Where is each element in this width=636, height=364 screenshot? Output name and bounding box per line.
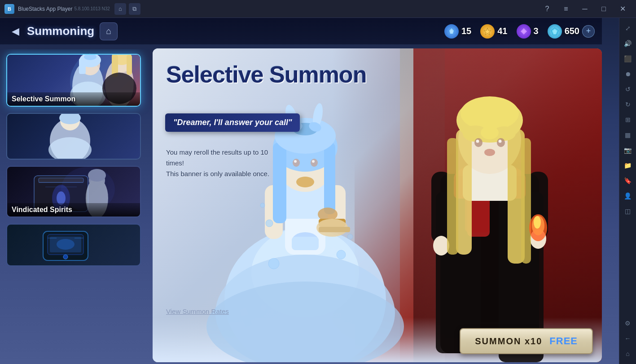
gold-ticket-icon (480, 24, 495, 39)
back-sidebar-icon[interactable]: ← (621, 332, 635, 345)
vindicated-spirits-label: Vindicated Spirits (7, 203, 140, 217)
svg-point-89 (433, 236, 449, 256)
bookmark-icon[interactable]: 🔖 (621, 174, 635, 187)
settings-icon[interactable]: ⚙ (621, 316, 635, 330)
svg-point-63 (293, 159, 300, 167)
camera-icon[interactable]: 📷 (621, 143, 635, 157)
banner-card-fourth[interactable] (6, 224, 141, 266)
currency-bar: 15 41 3 (444, 24, 595, 39)
svg-rect-70 (319, 227, 350, 232)
banner-desc-line1: You may reroll the results up to 10 time… (166, 147, 269, 179)
window-controls: ? ≡ ─ □ ✕ (538, 0, 632, 18)
svg-rect-56 (324, 143, 335, 214)
svg-point-73 (296, 177, 314, 187)
svg-point-98 (461, 96, 519, 130)
titlebar: B BlueStacks App Player 5.8.100.1013 N32… (0, 0, 636, 18)
quote-text: "Dreamer, I'll answer your call" (173, 118, 292, 127)
user-icon[interactable]: 👤 (621, 189, 635, 203)
game-area: ◀ Summoning ⌂ 15 41 (0, 18, 619, 364)
svg-point-104 (476, 140, 479, 143)
diamond-value: 650 (565, 26, 579, 36)
add-diamond-button[interactable]: + (582, 25, 595, 38)
svg-point-41 (63, 255, 68, 259)
record-icon[interactable]: ⏺ (621, 67, 635, 81)
svg-rect-18 (127, 55, 132, 75)
blue-crystal-currency: 15 (444, 24, 471, 39)
home-sidebar-icon[interactable]: ⌂ (621, 347, 635, 360)
banner-card-selective[interactable]: Selective Summon (6, 54, 141, 107)
home-icon[interactable]: ⌂ (114, 3, 126, 15)
svg-point-66 (312, 160, 315, 163)
svg-point-65 (294, 160, 297, 163)
svg-point-101 (481, 126, 499, 139)
screenshot-icon[interactable]: ⬛ (621, 52, 635, 65)
svg-marker-2 (484, 28, 491, 35)
banner-card-second[interactable] (6, 113, 141, 160)
diamond-icon (548, 24, 562, 39)
svg-point-103 (497, 138, 505, 147)
game-header: ◀ Summoning ⌂ 15 41 (0, 18, 602, 45)
gold-ticket-currency: 41 (480, 24, 507, 39)
page-title: Summoning (27, 24, 94, 38)
back-button[interactable]: ◀ (7, 23, 23, 39)
svg-point-77 (347, 234, 353, 239)
summon-label: SUMMON x10 (475, 336, 542, 347)
fourth-bg (7, 225, 140, 265)
svg-rect-11 (79, 58, 86, 74)
purple-crystal-value: 3 (534, 26, 539, 36)
svg-point-64 (311, 159, 318, 167)
svg-point-76 (337, 250, 346, 259)
right-sidebar: ⤢ 🔊 ⬛ ⏺ ↺ ↻ ⊞ ▦ 📷 📁 🔖 👤 ◫ ⚙ ← ⌂ (619, 18, 636, 364)
svg-point-40 (57, 239, 75, 250)
summon-cost: FREE (549, 335, 578, 347)
quote-box: "Dreamer, I'll answer your call" (165, 113, 300, 132)
bluestacks-logo: B (4, 4, 14, 14)
refresh-icon[interactable]: ↻ (621, 98, 635, 111)
gold-ticket-value: 41 (497, 26, 507, 36)
maximize-button[interactable]: □ (595, 0, 613, 18)
close-button[interactable]: ✕ (614, 0, 632, 18)
minimize-button[interactable]: ─ (576, 0, 594, 18)
menu-button[interactable]: ≡ (557, 0, 575, 18)
titlebar-icons: ⌂ ⧉ (114, 3, 140, 15)
banner-card-vindicated[interactable]: Vindicated Spirits (6, 166, 141, 217)
layers-icon[interactable]: ◫ (621, 204, 635, 218)
svg-point-106 (484, 149, 495, 156)
banner-main-title: Selective Summon (166, 62, 366, 87)
svg-rect-55 (273, 143, 286, 223)
svg-point-102 (474, 138, 482, 147)
banner-list: Selective Summon (0, 49, 153, 359)
svg-point-105 (499, 140, 502, 143)
main-banner: Selective Summon "Dreamer, I'll answer y… (153, 48, 602, 362)
svg-rect-96 (521, 138, 531, 264)
banner-description: You may reroll the results up to 10 time… (166, 147, 269, 179)
home-button[interactable]: ⌂ (100, 22, 118, 40)
svg-point-74 (266, 220, 273, 227)
svg-point-36 (88, 169, 106, 182)
svg-rect-72 (292, 237, 319, 250)
help-button[interactable]: ? (538, 0, 556, 18)
purple-crystal-icon (517, 24, 531, 39)
blue-crystal-value: 15 (461, 26, 471, 36)
calendar-icon[interactable]: ▦ (621, 128, 635, 142)
view-rates-link[interactable]: View Summon Rates (166, 308, 229, 315)
svg-rect-95 (447, 138, 458, 255)
diamond-currency: 650 + (548, 24, 595, 39)
app-name: BlueStacks App Player (18, 6, 72, 12)
blue-crystal-icon (444, 24, 459, 39)
volume-icon[interactable]: 🔊 (621, 37, 635, 50)
folder-icon[interactable]: 📁 (621, 159, 635, 172)
multi-window-icon[interactable]: ⧉ (129, 3, 140, 15)
apps-icon[interactable]: ⊞ (621, 113, 635, 126)
left-character (197, 66, 413, 362)
rotate-icon[interactable]: ↺ (621, 82, 635, 96)
selective-summon-label: Selective Summon (7, 92, 140, 106)
expand-icon[interactable]: ⤢ (621, 22, 635, 35)
svg-rect-93 (456, 129, 472, 255)
banner-title-container: Selective Summon (166, 62, 366, 87)
app-version: 5.8.100.1013 N32 (74, 6, 110, 11)
svg-point-78 (268, 258, 279, 269)
summon-button-container: SUMMON x10 FREE (460, 328, 593, 354)
summon-button[interactable]: SUMMON x10 FREE (460, 328, 593, 354)
svg-point-75 (260, 203, 265, 208)
